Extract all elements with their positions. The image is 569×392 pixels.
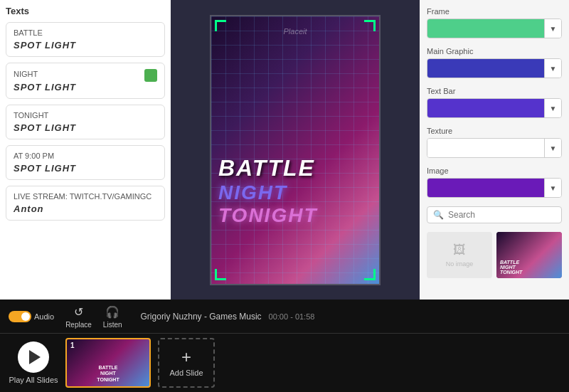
audio-bar: Audio ↺ Replace 🎧 Listen Grigoriy Nuzhny… xyxy=(0,300,569,334)
frame-color-swatch xyxy=(427,19,544,38)
texture-swatch xyxy=(427,139,544,157)
slide-thumb-text: BATTLENIGHTTONIGHT xyxy=(70,365,146,383)
add-slide-plus-icon: + xyxy=(181,349,191,366)
frame-dropdown[interactable]: ▼ xyxy=(427,18,562,38)
canvas-night-text: NIGHT xyxy=(218,181,372,204)
play-all-label: Play All Slides xyxy=(9,376,58,384)
main-graphic-dropdown-arrow[interactable]: ▼ xyxy=(544,59,561,78)
image-dropdown[interactable]: ▼ xyxy=(427,178,562,198)
image-dropdown-arrow[interactable]: ▼ xyxy=(544,179,561,197)
left-panel: Texts BATTLE SPOT LIGHT NIGHT SPOT LIGHT… xyxy=(0,0,171,300)
pixel-corner-br xyxy=(364,269,376,280)
replace-button[interactable]: ↺ Replace xyxy=(65,304,92,329)
text-bar-section: Text Bar ▼ xyxy=(427,87,562,118)
listen-button[interactable]: 🎧 Listen xyxy=(103,304,122,329)
image-swatch xyxy=(427,179,544,197)
main-graphic-label: Main Graphic xyxy=(427,47,562,55)
pixel-corner-tr xyxy=(364,20,376,31)
slide-thumb-1[interactable]: 1 BATTLENIGHTTONIGHT xyxy=(65,338,151,388)
text-card-battle-style: SPOT LIGHT xyxy=(14,40,157,51)
texture-section: Texture ▼ xyxy=(427,127,562,158)
text-bar-swatch xyxy=(427,99,544,117)
text-card-battle[interactable]: BATTLE SPOT LIGHT xyxy=(6,22,165,57)
track-name: Grigoriy Nuzhny - Games Music xyxy=(141,312,262,322)
text-card-time-label: AT 9:00 PM xyxy=(14,152,157,160)
search-box[interactable]: 🔍 xyxy=(427,206,562,223)
audio-toggle-switch[interactable] xyxy=(9,311,31,322)
canvas-tonight-text: TONIGHT xyxy=(218,204,372,227)
slide-thumb-inner: BATTLENIGHTTONIGHT xyxy=(70,365,146,383)
canvas-battle-text: BATTLE xyxy=(218,155,372,181)
frame-section: Frame ▼ xyxy=(427,7,562,38)
slide-number-1: 1 xyxy=(70,341,75,349)
image-label: Image xyxy=(427,166,562,175)
frame-dropdown-arrow[interactable]: ▼ xyxy=(544,19,561,38)
search-input[interactable] xyxy=(448,210,555,220)
toggle-knob xyxy=(21,312,30,321)
texture-dropdown[interactable]: ▼ xyxy=(427,138,562,158)
canvas-title-text: BATTLE NIGHT TONIGHT xyxy=(218,155,372,227)
search-icon: 🔍 xyxy=(433,210,444,220)
replace-label: Replace xyxy=(65,321,92,329)
text-card-tonight-style: SPOT LIGHT xyxy=(14,122,157,133)
track-time: 00:00 - 01:58 xyxy=(269,312,315,321)
no-image-placeholder[interactable]: 🖼 No image xyxy=(427,232,492,278)
canvas-background: Placeit BATTLE NIGHT TONIGHT xyxy=(211,16,379,284)
watermark: Placeit xyxy=(283,27,307,36)
night-green-indicator xyxy=(144,69,157,82)
text-card-time[interactable]: AT 9:00 PM SPOT LIGHT xyxy=(6,145,165,180)
image-thumb-1[interactable]: BATTLENIGHTTONIGHT xyxy=(496,232,562,278)
text-card-time-style: SPOT LIGHT xyxy=(14,163,157,174)
audio-toggle[interactable]: Audio xyxy=(9,311,54,322)
image-section: Image ▼ xyxy=(427,166,562,198)
add-slide-label: Add Slide xyxy=(169,369,203,377)
slides-bar: Play All Slides 1 BATTLENIGHTTONIGHT + A… xyxy=(0,334,569,392)
search-section: 🔍 xyxy=(427,206,562,223)
listen-label: Listen xyxy=(103,321,122,329)
canvas-grid xyxy=(211,16,379,284)
right-panel: Frame ▼ Main Graphic ▼ Text Bar ▼ Textur… xyxy=(420,0,569,300)
text-bar-dropdown-arrow[interactable]: ▼ xyxy=(544,99,561,117)
text-bar-label: Text Bar xyxy=(427,87,562,95)
text-bar-dropdown[interactable]: ▼ xyxy=(427,98,562,118)
texture-label: Texture xyxy=(427,127,562,135)
listen-icon: 🎧 xyxy=(105,304,120,319)
main-graphic-section: Main Graphic ▼ xyxy=(427,47,562,78)
text-card-night-label: NIGHT xyxy=(14,70,38,78)
play-all-button[interactable]: Play All Slides xyxy=(9,341,58,384)
texts-title: Texts xyxy=(6,6,165,16)
text-card-livestream-label: LIVE STREAM: TWITCH.TV/GAMINGC xyxy=(14,192,157,201)
frame-label: Frame xyxy=(427,7,562,16)
text-card-tonight-label: TONIGHT xyxy=(14,111,157,120)
no-image-label: No image xyxy=(446,260,474,267)
main-graphic-swatch xyxy=(427,59,544,78)
add-slide-button[interactable]: + Add Slide xyxy=(158,338,215,388)
texture-dropdown-arrow[interactable]: ▼ xyxy=(544,139,561,157)
audio-label: Audio xyxy=(34,312,54,321)
no-image-icon: 🖼 xyxy=(453,243,466,258)
bottom-bar: Audio ↺ Replace 🎧 Listen Grigoriy Nuzhny… xyxy=(0,300,569,392)
text-card-livestream-style: Anton xyxy=(14,203,157,214)
text-card-tonight[interactable]: TONIGHT SPOT LIGHT xyxy=(6,105,165,139)
pixel-corner-tl xyxy=(215,20,226,31)
text-card-night[interactable]: NIGHT SPOT LIGHT xyxy=(6,63,165,99)
image-grid: 🖼 No image BATTLENIGHTTONIGHT xyxy=(427,232,562,278)
pixel-corner-bl xyxy=(215,269,226,280)
text-card-night-style: SPOT LIGHT xyxy=(14,82,157,92)
play-triangle-icon xyxy=(29,350,41,364)
replace-icon: ↺ xyxy=(70,304,86,319)
track-info: Grigoriy Nuzhny - Games Music 00:00 - 01… xyxy=(141,312,315,322)
canvas-wrapper: Placeit BATTLE NIGHT TONIGHT xyxy=(210,15,381,285)
center-canvas: Placeit BATTLE NIGHT TONIGHT xyxy=(171,0,420,300)
play-icon-circle xyxy=(18,341,49,373)
text-card-battle-label: BATTLE xyxy=(14,28,157,37)
text-card-livestream[interactable]: LIVE STREAM: TWITCH.TV/GAMINGC Anton xyxy=(6,186,165,221)
main-graphic-dropdown[interactable]: ▼ xyxy=(427,58,562,78)
